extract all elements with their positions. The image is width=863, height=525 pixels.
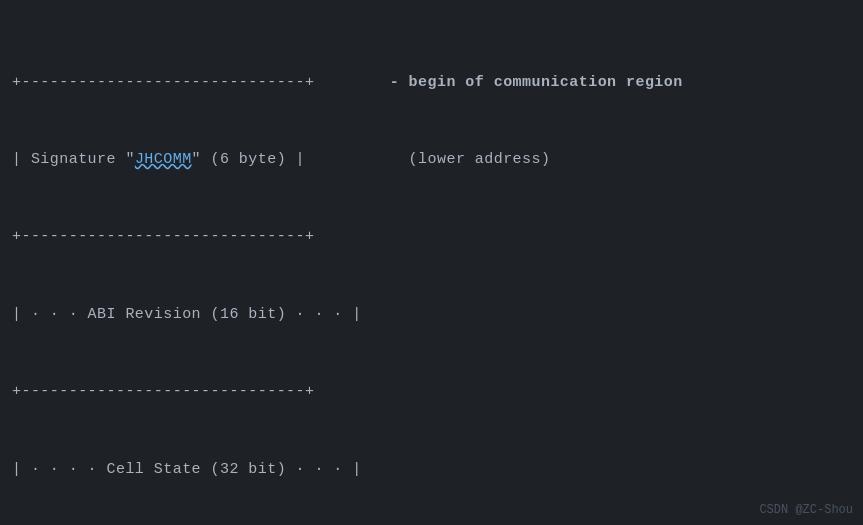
description-section: - begin of communication region (lower a… [374, 10, 863, 515]
desc-empty-3 [390, 224, 847, 250]
desc-lower-addr: (lower address) [390, 147, 847, 173]
separator-2: +------------------------------+ [12, 379, 362, 405]
watermark: CSDN @ZC-Shou [759, 503, 853, 517]
jhcomm-highlight: JHCOMM [135, 151, 192, 168]
desc-empty-5 [390, 379, 847, 405]
row-signature: | Signature "JHCOMM" (6 byte) | [12, 147, 362, 173]
row-abi: | · · · ABI Revision (16 bit) · · · | [12, 302, 362, 328]
desc-begin: - begin of communication region [390, 70, 847, 96]
main-container: +------------------------------+ | Signa… [0, 0, 863, 525]
desc-empty-4 [390, 302, 847, 328]
desc-empty-6 [390, 457, 847, 483]
separator-top: +------------------------------+ [12, 70, 362, 96]
row-cell-state: | · · · · Cell State (32 bit) · · · | [12, 457, 362, 483]
separator-1: +------------------------------+ [12, 224, 362, 250]
diagram-section: +------------------------------+ | Signa… [0, 10, 374, 515]
